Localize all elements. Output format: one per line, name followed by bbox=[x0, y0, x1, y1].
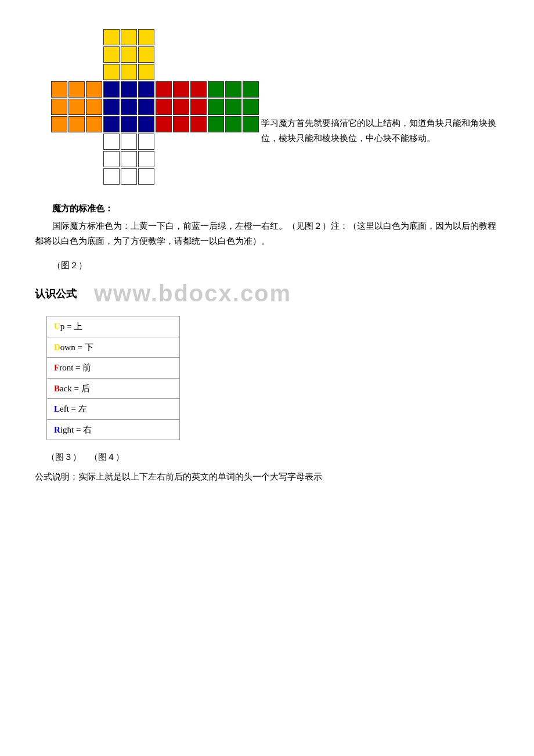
fig3-fig4-labels: （图３） （图４） bbox=[46, 452, 499, 463]
recognize-formula-label: 认识公式 bbox=[35, 287, 77, 301]
intro-text-block: 学习魔方首先就要搞清它的以上结构，知道角块只能和角块换位，棱块只能和棱块换位，中… bbox=[261, 23, 499, 146]
table-row: Front = 前 bbox=[47, 358, 180, 379]
standard-color-section: 魔方的标准色： 国际魔方标准色为：上黄一下白，前蓝一后绿，左橙一右红。（见图２）… bbox=[35, 203, 499, 249]
face-far-right bbox=[208, 81, 259, 132]
face-bottom bbox=[103, 134, 154, 185]
table-row: Down = 下 bbox=[47, 337, 180, 358]
cube-section: 学习魔方首先就要搞清它的以上结构，知道角块只能和角块换位，棱块只能和棱块换位，中… bbox=[35, 23, 499, 192]
face-top bbox=[103, 29, 154, 80]
fig3-label: （图３） bbox=[46, 452, 81, 462]
table-row: Right = 右 bbox=[47, 419, 180, 440]
face-front bbox=[103, 81, 154, 132]
recognize-formula-section: 认识公式 www.bdocx.com bbox=[35, 280, 499, 307]
face-left bbox=[51, 81, 102, 132]
fig4-label: （图４） bbox=[89, 452, 124, 462]
table-row: Left = 左 bbox=[47, 399, 180, 420]
formula-note: 公式说明：实际上就是以上下左右前后的英文的单词的头一个大写字母表示 bbox=[35, 470, 499, 485]
table-row: Back = 后 bbox=[47, 378, 180, 399]
intro-text: 学习魔方首先就要搞清它的以上结构，知道角块只能和角块换位，棱块只能和棱块换位，中… bbox=[261, 118, 496, 143]
watermark: www.bdocx.com bbox=[94, 280, 291, 307]
formula-table: Up = 上 Down = 下 Front = 前 Back = 后 Left … bbox=[46, 316, 180, 440]
standard-color-title: 魔方的标准色： bbox=[35, 203, 499, 214]
fig2-label: （图２） bbox=[35, 260, 499, 271]
table-row: Up = 上 bbox=[47, 316, 180, 337]
cube-diagram bbox=[35, 23, 244, 192]
standard-color-para: 国际魔方标准色为：上黄一下白，前蓝一后绿，左橙一右红。（见图２）注：（这里以白色… bbox=[35, 219, 499, 249]
face-right bbox=[156, 81, 207, 132]
